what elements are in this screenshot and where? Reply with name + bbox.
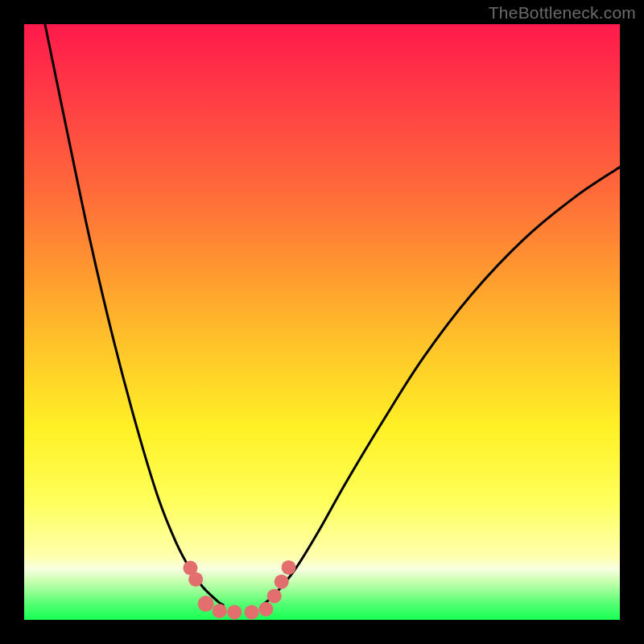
marker-dot xyxy=(245,605,259,619)
marker-dot xyxy=(267,588,282,603)
marker-dot xyxy=(198,596,214,612)
plot-area xyxy=(24,24,620,620)
series-right-branch xyxy=(262,167,620,605)
marker-dot xyxy=(275,575,289,589)
marker-dot xyxy=(213,604,227,618)
watermark-text: TheBottleneck.com xyxy=(489,3,636,23)
curve-layer xyxy=(45,24,620,605)
marker-dot xyxy=(188,572,203,587)
marker-dot xyxy=(227,605,242,619)
marker-dot xyxy=(282,560,296,575)
marker-dot xyxy=(258,602,273,617)
chart-svg xyxy=(24,24,620,620)
series-left-branch xyxy=(45,24,223,605)
chart-frame: TheBottleneck.com xyxy=(0,0,644,644)
